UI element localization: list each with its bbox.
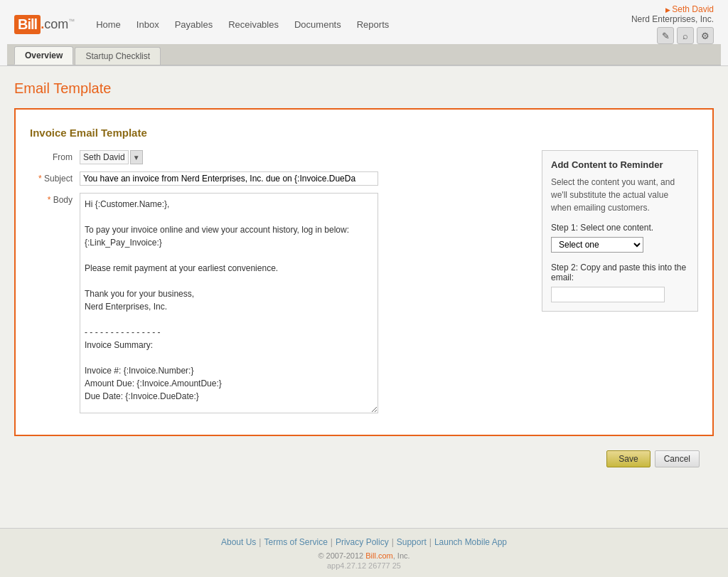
nav-documents[interactable]: Documents (294, 19, 341, 30)
header-icons: ✎ ⌕ ⚙ (657, 27, 714, 44)
subject-input[interactable] (80, 171, 378, 186)
page-title-plain: Email (14, 80, 53, 96)
footer-billcom: Bill.com (365, 551, 393, 560)
page-title: Email Template (14, 80, 714, 97)
from-label: From (30, 150, 80, 162)
main-content: Email Template Invoice Email Template Fr… (0, 66, 728, 528)
footer-links: About Us | Terms of Service | Privacy Po… (0, 537, 728, 547)
subject-row: * Subject (30, 171, 528, 186)
content-select[interactable]: Select one (551, 237, 643, 253)
from-select: Seth David ▼ (80, 150, 143, 164)
copy-paste-input[interactable] (551, 287, 665, 302)
logo-tm: ™ (68, 18, 75, 25)
add-content-desc: Select the content you want, and we'll s… (551, 176, 689, 214)
body-row: * Body (30, 193, 528, 413)
body-label: * Body (30, 193, 80, 205)
header-right: Seth David Nerd Enterprises, Inc. ✎ ⌕ ⚙ (631, 4, 714, 44)
nav-payables[interactable]: Payables (175, 19, 213, 30)
from-row: From Seth David ▼ (30, 150, 528, 164)
cancel-button[interactable]: Cancel (655, 450, 700, 467)
add-content-title: Add Content to Reminder (551, 159, 689, 170)
add-content-panel: Add Content to Reminder Select the conte… (542, 150, 698, 420)
nav-receivables[interactable]: Receivables (228, 19, 279, 30)
company-name: Nerd Enterprises, Inc. (631, 14, 714, 24)
footer: About Us | Terms of Service | Privacy Po… (0, 528, 728, 577)
nav-inbox[interactable]: Inbox (136, 19, 159, 30)
footer-privacy[interactable]: Privacy Policy (336, 537, 389, 547)
nav-home[interactable]: Home (96, 19, 121, 30)
subject-required-star: * (38, 174, 42, 184)
footer-version: app4.27.12 26777 25 (0, 561, 728, 570)
user-name[interactable]: Seth David (665, 4, 714, 14)
logo: Bill.com™ (14, 15, 75, 34)
main-nav: Home Inbox Payables Receivables Document… (96, 19, 389, 30)
form-section-title: Invoice Email Template (30, 127, 698, 139)
step2-label: Step 2: Copy and paste this into the ema… (551, 263, 689, 282)
form-left: From Seth David ▼ * Subject * Body (30, 150, 528, 420)
step1-label: Step 1: Select one content. (551, 223, 689, 233)
nav-reports[interactable]: Reports (357, 19, 390, 30)
tab-startup-checklist[interactable]: Startup Checklist (75, 47, 161, 65)
from-dropdown-arrow[interactable]: ▼ (130, 150, 143, 164)
from-name-display: Seth David (80, 150, 129, 164)
footer-support[interactable]: Support (397, 537, 427, 547)
search-icon-btn[interactable]: ⌕ (677, 27, 694, 44)
settings-icon-btn[interactable]: ⚙ (697, 27, 714, 44)
footer-copyright: © 2007-2012 Bill.com, Inc. (0, 551, 728, 560)
form-container: Invoice Email Template From Seth David ▼ (14, 108, 714, 436)
body-required-star: * (48, 195, 51, 205)
subject-label: * Subject (30, 171, 80, 184)
tab-overview[interactable]: Overview (14, 46, 73, 65)
body-textarea[interactable] (80, 193, 378, 413)
logo-com: com™ (44, 17, 75, 32)
footer-mobile-app[interactable]: Launch Mobile App (434, 537, 507, 547)
tabs-bar: Overview Startup Checklist (7, 44, 721, 65)
select-one-row: Select one (551, 237, 689, 253)
form-layout: From Seth David ▼ * Subject * Body (30, 150, 698, 420)
edit-icon-btn[interactable]: ✎ (657, 27, 674, 44)
footer-terms[interactable]: Terms of Service (264, 537, 327, 547)
page-title-colored: Template (53, 80, 111, 96)
save-button[interactable]: Save (606, 450, 650, 467)
footer-about-us[interactable]: About Us (221, 537, 256, 547)
buttons-row: Save Cancel (14, 445, 714, 473)
logo-bill: Bill (14, 15, 41, 34)
add-content-box: Add Content to Reminder Select the conte… (542, 150, 698, 312)
